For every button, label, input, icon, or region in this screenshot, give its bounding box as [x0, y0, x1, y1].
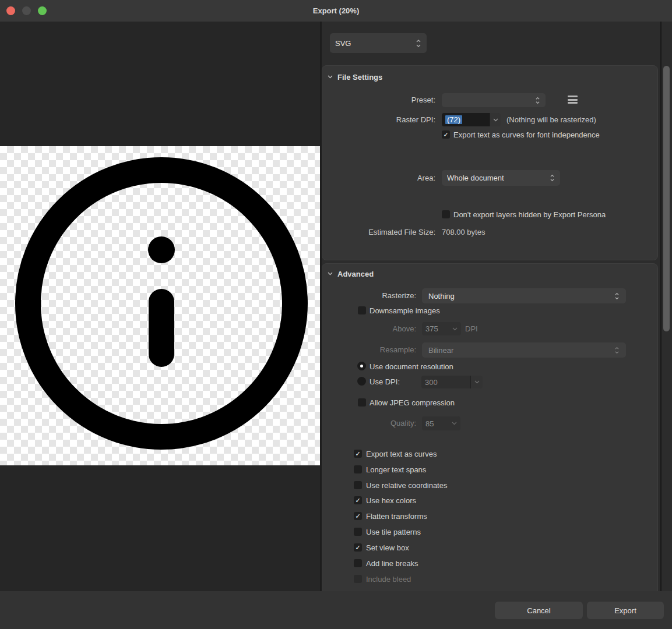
advanced-header[interactable]: Advanced: [328, 269, 374, 278]
stepper-icon: [416, 39, 421, 48]
format-select[interactable]: SVG: [330, 33, 427, 53]
area-label: Area:: [417, 174, 435, 182]
use-document-resolution-radio[interactable]: [357, 362, 366, 370]
export-text-as-curves-label: Export text as curves: [366, 450, 437, 458]
export-text-curves-font-label: Export text as curves for font independe…: [453, 130, 600, 139]
export-text-as-curves-checkbox[interactable]: [354, 450, 362, 458]
raster-dpi-input[interactable]: (72): [442, 113, 490, 126]
use-relative-coordinates-checkbox[interactable]: [354, 481, 362, 489]
add-line-breaks-label: Add line breaks: [366, 559, 418, 568]
scrollbar-track: [660, 22, 662, 591]
longer-text-spans-checkbox[interactable]: [354, 465, 362, 473]
stepper-icon: [614, 292, 620, 300]
above-dpi-value: 375: [425, 324, 438, 333]
info-circle-icon: [0, 146, 320, 465]
set-view-box-checkbox[interactable]: [354, 543, 362, 552]
dialog-footer: Cancel Export: [0, 591, 672, 629]
advanced-section: Advanced Rasterize: Nothing Downsample i…: [322, 263, 658, 592]
section-title: File Settings: [337, 73, 382, 82]
cancel-button[interactable]: Cancel: [495, 602, 583, 619]
raster-dpi-label: Raster DPI:: [396, 115, 435, 124]
stepper-icon: [535, 97, 540, 104]
preset-select[interactable]: [442, 93, 546, 107]
raster-dpi-note: (Nothing will be rasterized): [506, 115, 596, 124]
stepper-icon: [614, 347, 620, 354]
dpi-suffix-label: DPI: [465, 324, 478, 333]
use-hex-colors-label: Use hex colors: [366, 496, 416, 505]
estimated-size-label: Estimated File Size:: [368, 228, 435, 236]
chevron-down-icon: [474, 380, 480, 384]
flatten-transforms-label: Flatten transforms: [366, 512, 427, 521]
preset-menu-button[interactable]: [568, 96, 578, 104]
above-dpi-combo: 375: [422, 322, 461, 335]
chevron-down-icon: [452, 327, 458, 331]
use-document-resolution-label: Use document resolution: [370, 362, 453, 371]
use-tile-patterns-checkbox[interactable]: [354, 528, 362, 536]
quality-label: Quality:: [390, 419, 416, 427]
use-tile-patterns-label: Use tile patterns: [366, 528, 421, 536]
rasterize-select[interactable]: Nothing: [422, 288, 626, 303]
file-settings-header[interactable]: File Settings: [328, 72, 382, 82]
preset-label: Preset:: [411, 96, 435, 104]
format-value: SVG: [335, 39, 416, 48]
transparency-checkerboard: [0, 146, 320, 465]
titlebar: Export (20%): [0, 0, 672, 22]
use-relative-coordinates-label: Use relative coordinates: [366, 481, 447, 490]
export-button[interactable]: Export: [587, 602, 664, 619]
chevron-down-icon: [452, 422, 457, 425]
use-dpi-combo: 300: [421, 376, 483, 388]
use-dpi-radio[interactable]: [357, 377, 366, 386]
quality-combo: 85: [422, 416, 460, 430]
raster-dpi-combo: (72): [442, 113, 501, 126]
above-label: Above:: [393, 324, 416, 333]
collapse-chevron-icon: [328, 75, 333, 79]
area-value: Whole document: [447, 174, 550, 182]
window-title: Export (20%): [0, 0, 672, 22]
resample-value: Bilinear: [428, 346, 614, 355]
export-preview-pane[interactable]: [0, 22, 320, 591]
include-bleed-checkbox: [354, 575, 362, 583]
resample-select: Bilinear: [422, 342, 626, 358]
use-dpi-value: 300: [425, 378, 438, 387]
set-view-box-label: Set view box: [366, 543, 409, 552]
flatten-transforms-checkbox[interactable]: [354, 512, 362, 520]
area-select[interactable]: Whole document: [442, 170, 560, 186]
rasterize-label: Rasterize:: [382, 291, 416, 300]
settings-pane: SVG File Settings Preset: Raster DPI: (7…: [322, 22, 672, 591]
scrollbar-thumb[interactable]: [663, 66, 670, 331]
use-dpi-input: 300: [421, 376, 470, 388]
allow-jpeg-label: Allow JPEG compression: [370, 398, 455, 407]
include-bleed-label: Include bleed: [366, 575, 411, 584]
add-line-breaks-checkbox[interactable]: [354, 559, 362, 567]
resample-label: Resample:: [380, 345, 416, 354]
use-dpi-label: Use DPI:: [370, 377, 400, 386]
section-title: Advanced: [337, 270, 374, 278]
rasterize-value: Nothing: [428, 292, 614, 301]
allow-jpeg-checkbox[interactable]: [358, 398, 366, 407]
longer-text-spans-label: Longer text spans: [366, 465, 426, 474]
downsample-label: Downsample images: [370, 306, 440, 315]
export-dialog: Export (20%) SVG File Settings Preset:: [0, 0, 672, 629]
use-dpi-dropdown-button: [470, 376, 483, 388]
export-text-curves-font-checkbox[interactable]: [442, 130, 450, 139]
use-hex-colors-checkbox[interactable]: [354, 496, 362, 504]
dont-export-hidden-label: Don't export layers hidden by Export Per…: [453, 210, 606, 219]
estimated-size-value: 708.00 bytes: [442, 228, 485, 236]
raster-dpi-dropdown-button[interactable]: [490, 113, 501, 126]
raster-dpi-value: (72): [445, 115, 462, 124]
collapse-chevron-icon: [328, 272, 333, 275]
stepper-icon: [550, 174, 555, 182]
file-settings-section: File Settings Preset: Raster DPI: (72) (…: [322, 65, 658, 260]
chevron-down-icon: [493, 118, 498, 122]
dont-export-hidden-checkbox[interactable]: [442, 210, 450, 218]
quality-value: 85: [425, 419, 434, 428]
downsample-checkbox[interactable]: [358, 306, 366, 314]
